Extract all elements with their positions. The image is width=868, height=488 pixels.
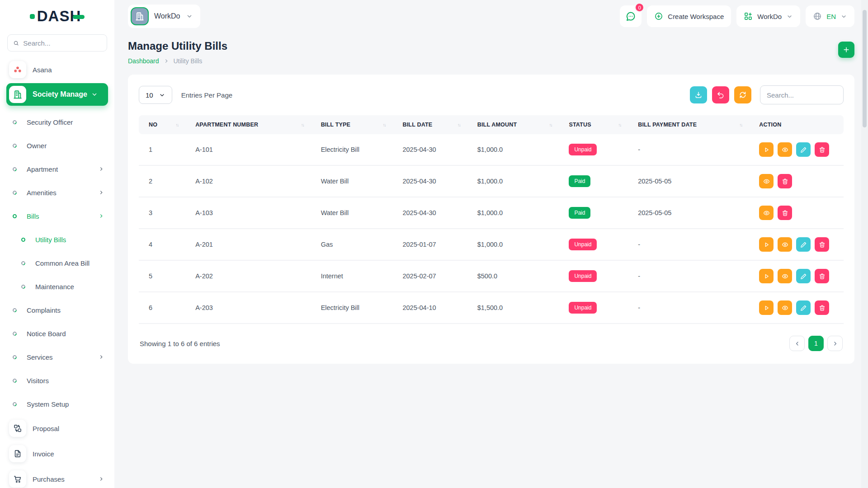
create-workspace-button[interactable]: Create Workspace (647, 5, 731, 27)
sidebar-item-apartment[interactable]: Apartment (6, 157, 108, 181)
sidebar-item-notice-board[interactable]: Notice Board (6, 322, 108, 345)
chevron-down-icon (840, 13, 847, 20)
cell-no: 6 (139, 292, 188, 324)
sidebar-item-asana[interactable]: Asana (6, 58, 108, 81)
menu-dot-icon (12, 401, 18, 407)
sidebar-item-amenities[interactable]: Amenities (6, 181, 108, 204)
sidebar-item-system-setup[interactable]: System Setup (6, 392, 108, 416)
eye-action-button[interactable] (778, 237, 792, 252)
sidebar-item-label: Amenities (27, 189, 98, 197)
delete-action-button[interactable] (815, 237, 829, 252)
column-header-status[interactable]: STATUS↑↓ (561, 115, 631, 134)
sidebar-item-label: Complaints (27, 306, 108, 314)
messages-button[interactable]: 0 (620, 5, 642, 27)
eye-action-button[interactable] (778, 300, 792, 315)
logo-accent-bar (73, 15, 85, 19)
sidebar-item-maintenance[interactable]: Maintenance (6, 275, 108, 298)
sidebar-item-proposal[interactable]: Proposal (6, 416, 108, 441)
cell-action (752, 229, 844, 260)
sidebar-item-owner[interactable]: Owner (6, 134, 108, 157)
breadcrumb-dashboard-link[interactable]: Dashboard (128, 57, 159, 65)
column-header-bill-payment-date[interactable]: BILL PAYMENT DATE↑↓ (631, 115, 752, 134)
column-label: BILL DATE (402, 122, 432, 128)
sidebar-item-bills[interactable]: Bills (6, 204, 108, 228)
showing-entries-text: Showing 1 to 6 of 6 entries (140, 340, 220, 347)
workspace-avatar-building-icon (131, 7, 149, 25)
edit-action-button[interactable] (796, 300, 811, 315)
eye-action-button[interactable] (778, 142, 792, 157)
sidebar-search-input[interactable] (23, 39, 101, 47)
sidebar-item-purchases[interactable]: Purchases (6, 466, 108, 488)
edit-action-button[interactable] (796, 269, 811, 283)
sidebar-item-utility-bills[interactable]: Utility Bills (6, 228, 108, 251)
workspace-button[interactable]: WorkDo (128, 5, 200, 28)
play-action-button[interactable] (759, 237, 774, 252)
sidebar-item-security-officer[interactable]: Security Officer (6, 110, 108, 134)
sidebar-item-complaints[interactable]: Complaints (6, 298, 108, 322)
window-scrollbar[interactable] (861, 0, 868, 488)
logo[interactable]: DASH (6, 0, 108, 33)
sort-icon[interactable]: ↑↓ (739, 122, 745, 127)
menu-dot-icon (12, 354, 18, 360)
invoice-icon (13, 449, 22, 458)
sort-icon[interactable]: ↑↓ (549, 122, 554, 127)
entries-per-page-select[interactable]: 10 (139, 86, 172, 104)
column-header-bill-type[interactable]: BILL TYPE↑↓ (314, 115, 396, 134)
sidebar-item-visitors[interactable]: Visitors (6, 369, 108, 392)
edit-icon (800, 305, 807, 311)
add-bill-button[interactable] (838, 42, 854, 58)
scrollbar-thumb[interactable] (863, 10, 867, 127)
delete-action-button[interactable] (778, 206, 792, 220)
cell-bill-amount: $1,000.0 (470, 134, 562, 165)
menu-dot-icon (12, 307, 18, 313)
cell-no: 2 (139, 165, 188, 197)
workspace-switcher[interactable]: WorkDo (736, 5, 800, 27)
edit-action-button[interactable] (796, 142, 811, 157)
column-header-apartment-number[interactable]: APARTMENT NUMBER↑↓ (188, 115, 314, 134)
column-header-bill-date[interactable]: BILL DATE↑↓ (395, 115, 470, 134)
entries-per-page-value: 10 (146, 91, 153, 99)
cell-bill-amount: $1,000.0 (470, 165, 562, 197)
pagination-next-button[interactable] (827, 336, 843, 351)
sidebar-item-label: Utility Bills (35, 236, 108, 244)
cell-apartment-number: A-202 (188, 260, 314, 292)
play-action-button[interactable] (759, 269, 774, 283)
cell-bill-payment-date: - (631, 260, 752, 292)
eye-action-button[interactable] (759, 174, 774, 188)
eye-action-button[interactable] (778, 269, 792, 283)
refresh-button[interactable] (734, 86, 751, 103)
pagination-prev-button[interactable] (789, 336, 805, 351)
sort-icon[interactable]: ↑↓ (175, 122, 181, 127)
sort-icon[interactable]: ↑↓ (301, 122, 307, 127)
cell-bill-payment-date: - (631, 134, 752, 165)
export-download-button[interactable] (690, 86, 707, 103)
sidebar-item-services[interactable]: Services (6, 345, 108, 369)
sort-icon[interactable]: ↑↓ (458, 122, 463, 127)
delete-action-button[interactable] (815, 142, 829, 157)
edit-action-button[interactable] (796, 237, 811, 252)
pagination-page-1-button[interactable]: 1 (808, 336, 824, 351)
sidebar-item-society-manage[interactable]: Society Manage (6, 83, 108, 106)
table-search (760, 85, 844, 104)
table-body: 1A-101Electricity Bill2025-04-30$1,000.0… (139, 134, 844, 324)
delete-action-button[interactable] (778, 174, 792, 188)
sort-icon[interactable]: ↑↓ (618, 122, 623, 127)
table-search-input[interactable] (767, 91, 837, 99)
column-header-bill-amount[interactable]: BILL AMOUNT↑↓ (470, 115, 562, 134)
workspace-name: WorkDo (154, 12, 180, 20)
sidebar: DASH AsanaSociety ManageSecurity Officer… (0, 0, 114, 488)
eye-icon (782, 305, 788, 311)
delete-action-button[interactable] (815, 300, 829, 315)
sidebar-item-label: Apartment (27, 165, 98, 173)
play-action-button[interactable] (759, 300, 774, 315)
sidebar-item-invoice[interactable]: Invoice (6, 441, 108, 466)
play-action-button[interactable] (759, 142, 774, 157)
plus-circle-icon (654, 12, 663, 21)
sort-icon[interactable]: ↑↓ (382, 122, 388, 127)
eye-action-button[interactable] (759, 206, 774, 220)
column-header-no[interactable]: NO↑↓ (139, 115, 188, 134)
language-selector[interactable]: EN (806, 5, 854, 27)
delete-action-button[interactable] (815, 269, 829, 283)
sidebar-item-common-area-bill[interactable]: Common Area Bill (6, 251, 108, 275)
undo-button[interactable] (712, 86, 729, 103)
